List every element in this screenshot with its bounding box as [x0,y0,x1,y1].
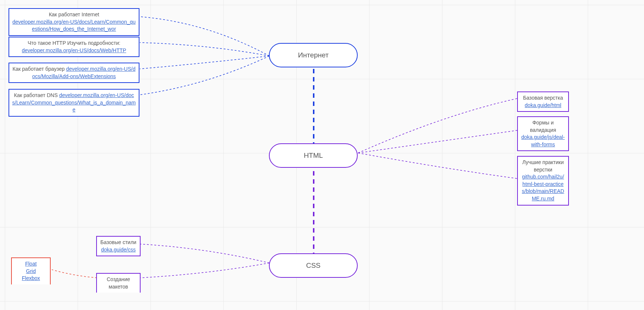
leaf-html-2-text: Лучшие практики верстки [522,159,564,173]
leaf-html-0-text: Базовая верстка [523,95,563,101]
leaf-html-1[interactable]: Формы и валидация doka.guide/js/deal-wit… [517,116,569,151]
leaf-css-sub-link-1[interactable]: Grid [26,268,36,274]
leaf-internet-3-text: Как работает DNS [14,92,58,98]
main-node-internet-label: Интернет [298,51,329,59]
leaf-html-2[interactable]: Лучшие практики верстки github.com/hail2… [517,156,569,206]
leaf-html-1-link[interactable]: doka.guide/js/deal-with-forms [521,134,565,147]
main-node-internet[interactable]: Интернет [269,43,358,67]
leaf-css-1-text: Создание макетов [107,276,130,290]
main-node-css[interactable]: CSS [269,253,358,278]
leaf-internet-0[interactable]: Как работает Internet developer.mozilla.… [9,8,139,36]
leaf-html-2-link[interactable]: github.com/hail2u/html-best-practices/bl… [522,174,564,201]
main-node-html[interactable]: HTML [269,143,358,168]
leaf-css-sub[interactable]: Float Grid Flexbox [11,257,51,284]
leaf-internet-2[interactable]: Как работает браузер developer.mozilla.o… [9,63,139,83]
leaf-html-0[interactable]: Базовая верстка doka.guide/html [517,91,569,112]
leaf-internet-1-text: Что такое HTTP Изучить подробности: [28,40,121,46]
leaf-internet-0-text: Как работает Internet [49,11,99,17]
main-node-html-label: HTML [304,151,323,160]
leaf-css-0-link[interactable]: doka.guide/css [101,247,135,253]
leaf-internet-3[interactable]: Как работает DNS developer.mozilla.org/e… [9,89,139,117]
leaf-css-0[interactable]: Базовые стили doka.guide/css [96,236,141,256]
leaf-css-0-text: Базовые стили [100,239,136,245]
leaf-internet-1[interactable]: Что такое HTTP Изучить подробности: deve… [9,37,139,57]
leaf-css-1[interactable]: Создание макетов [96,273,141,293]
leaf-internet-2-text: Как работает браузер [13,66,65,72]
leaf-internet-0-link[interactable]: developer.mozilla.org/en-US/docs/Learn/C… [12,19,135,32]
leaf-html-1-text: Формы и валидация [530,120,556,133]
leaf-css-sub-link-2[interactable]: Flexbox [22,275,40,281]
leaf-css-sub-link-0[interactable]: Float [25,261,37,267]
leaf-internet-1-link[interactable]: developer.mozilla.org/en-US/docs/Web/HTT… [22,47,126,53]
main-node-css-label: CSS [306,261,320,270]
leaf-html-0-link[interactable]: doka.guide/html [525,102,562,108]
